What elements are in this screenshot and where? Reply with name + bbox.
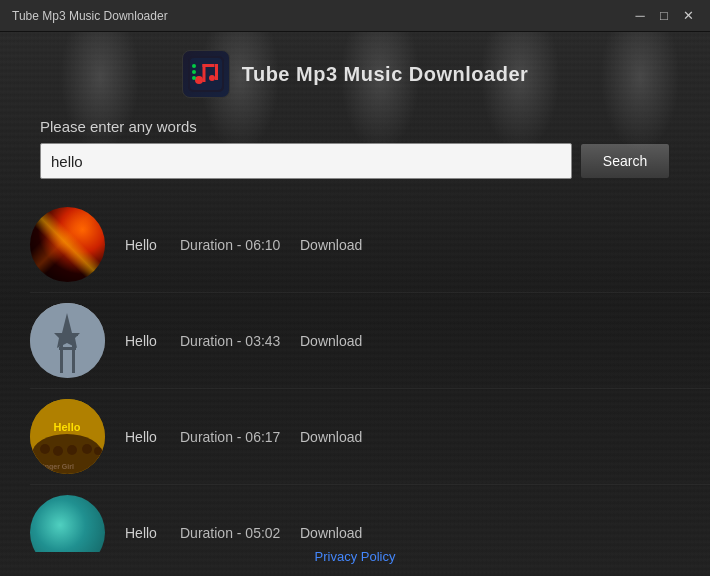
search-input[interactable] (40, 143, 572, 179)
svg-point-2 (195, 76, 203, 84)
result-info-4: Hello Duration - 05:02 Download (125, 525, 362, 541)
result-thumbnail-3: Hello Singer Girl (30, 399, 105, 474)
download-button-4[interactable]: Download (300, 525, 362, 541)
svg-text:Hello: Hello (54, 421, 81, 433)
result-item: Hello Duration - 06:10 Download (30, 197, 710, 293)
svg-rect-14 (57, 333, 78, 336)
result-name-3: Hello (125, 429, 170, 445)
download-button-3[interactable]: Download (300, 429, 362, 445)
result-duration-4: Duration - 05:02 (180, 525, 290, 541)
svg-point-19 (40, 444, 50, 454)
svg-point-23 (94, 447, 102, 455)
search-section: Please enter any words Search (0, 108, 710, 179)
svg-rect-15 (59, 347, 76, 350)
result-item: Hello Duration - 03:43 Download (30, 293, 710, 389)
app-header: Tube Mp3 Music Downloader (0, 32, 710, 108)
svg-rect-6 (215, 64, 218, 80)
result-thumbnail-2 (30, 303, 105, 378)
result-duration-2: Duration - 03:43 (180, 333, 290, 349)
close-button[interactable]: ✕ (678, 6, 698, 26)
result-info-1: Hello Duration - 06:10 Download (125, 237, 362, 253)
svg-point-7 (192, 64, 196, 68)
result-name-2: Hello (125, 333, 170, 349)
result-name-4: Hello (125, 525, 170, 541)
results-area[interactable]: Hello Duration - 06:10 Download Hello (0, 197, 710, 552)
maximize-button[interactable]: □ (654, 6, 674, 26)
svg-point-22 (82, 444, 92, 454)
title-bar: Tube Mp3 Music Downloader ─ □ ✕ (0, 0, 710, 32)
result-duration-1: Duration - 06:10 (180, 237, 290, 253)
privacy-policy-link[interactable]: Privacy Policy (315, 549, 396, 564)
minimize-button[interactable]: ─ (630, 6, 650, 26)
download-button-2[interactable]: Download (300, 333, 362, 349)
result-name-1: Hello (125, 237, 170, 253)
svg-point-21 (67, 445, 77, 455)
svg-point-9 (192, 76, 196, 80)
result-info-2: Hello Duration - 03:43 Download (125, 333, 362, 349)
download-button-1[interactable]: Download (300, 237, 362, 253)
result-thumbnail-1 (30, 207, 105, 282)
svg-point-5 (209, 75, 215, 81)
result-duration-3: Duration - 06:17 (180, 429, 290, 445)
svg-text:Singer Girl: Singer Girl (38, 463, 74, 471)
search-button[interactable]: Search (580, 143, 670, 179)
result-info-3: Hello Duration - 06:17 Download (125, 429, 362, 445)
app-icon (182, 50, 230, 98)
app-title: Tube Mp3 Music Downloader (242, 63, 529, 86)
result-item: Hello Singer Girl Hello Duration - 06:17… (30, 389, 710, 485)
svg-point-8 (192, 70, 196, 74)
title-bar-controls: ─ □ ✕ (630, 6, 698, 26)
search-row: Search (40, 143, 670, 179)
footer: Privacy Policy (0, 541, 710, 571)
search-label: Please enter any words (40, 118, 670, 135)
svg-point-20 (53, 446, 63, 456)
title-bar-text: Tube Mp3 Music Downloader (12, 9, 168, 23)
main-content: Tube Mp3 Music Downloader Please enter a… (0, 32, 710, 576)
svg-rect-4 (202, 64, 214, 67)
